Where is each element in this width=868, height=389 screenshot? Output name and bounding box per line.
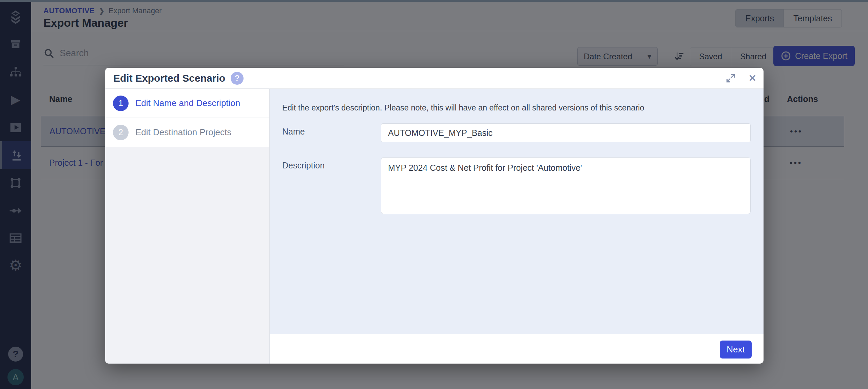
step-number-badge: 1	[113, 96, 129, 111]
description-field-label: Description	[282, 161, 325, 170]
edit-exported-scenario-dialog: Edit Exported Scenario ? ✕ 1 Edit Name a…	[105, 68, 764, 364]
modal-right-pane: Edit the export's description. Please no…	[270, 89, 764, 364]
name-field-label: Name	[282, 127, 305, 137]
step-edit-name-description[interactable]: 1 Edit Name and Description	[105, 89, 269, 118]
modal-content: Edit the export's description. Please no…	[270, 89, 764, 334]
modal-header-actions: ✕	[725, 68, 759, 88]
step-label: Edit Destination Projects	[135, 127, 231, 138]
modal-footer: Next	[270, 334, 764, 364]
next-button[interactable]: Next	[720, 341, 752, 359]
step-label: Edit Name and Description	[135, 98, 240, 108]
name-input[interactable]	[381, 123, 751, 142]
close-icon[interactable]: ✕	[746, 73, 759, 83]
wizard-steps-panel: 1 Edit Name and Description 2 Edit Desti…	[105, 89, 270, 364]
expand-icon[interactable]	[725, 73, 736, 84]
step-number-badge: 2	[113, 125, 129, 140]
description-textarea[interactable]	[381, 157, 751, 214]
modal-body: 1 Edit Name and Description 2 Edit Desti…	[105, 89, 764, 364]
step-edit-destination-projects[interactable]: 2 Edit Destination Projects	[105, 118, 269, 147]
modal-info-text: Edit the export's description. Please no…	[282, 103, 750, 112]
help-icon[interactable]: ?	[231, 72, 244, 85]
modal-title: Edit Exported Scenario	[113, 73, 225, 84]
modal-header: Edit Exported Scenario ? ✕	[105, 68, 764, 89]
